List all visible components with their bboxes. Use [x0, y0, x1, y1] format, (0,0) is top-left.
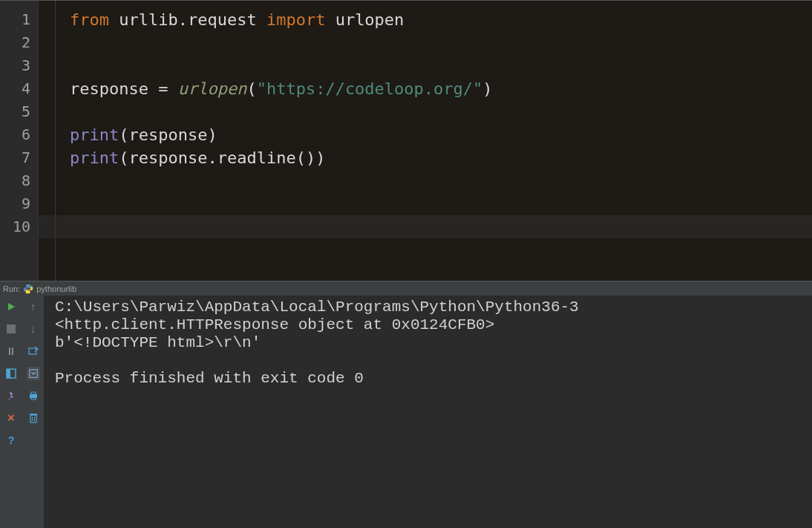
layout-icon[interactable]	[4, 367, 18, 380]
run-toolbar-left: II × ?	[0, 296, 22, 528]
code-content[interactable]: from urllib.request import urlopen respo…	[39, 1, 812, 215]
svg-point-0	[27, 285, 27, 286]
code-text: (response)	[119, 126, 217, 144]
line-number: 2	[0, 31, 33, 54]
up-arrow-icon[interactable]: ↑	[27, 300, 40, 313]
function-call: urlopen	[178, 79, 247, 98]
svg-rect-2	[7, 325, 16, 333]
keyword-import: import	[266, 10, 325, 29]
line-number: 9	[0, 192, 33, 215]
svg-point-1	[29, 291, 30, 292]
code-text: urlopen	[325, 10, 404, 29]
svg-rect-6	[29, 370, 37, 378]
svg-rect-8	[31, 392, 36, 394]
indent-guide	[55, 1, 56, 281]
code-text: urllib.request	[109, 10, 266, 29]
svg-rect-9	[31, 397, 36, 400]
console-line: Process finished with exit code 0	[55, 370, 364, 387]
builtin-print: print	[70, 126, 119, 144]
stop-icon[interactable]	[4, 322, 18, 336]
line-number: 6	[0, 123, 33, 146]
print-icon[interactable]	[27, 389, 40, 402]
keyword-from: from	[70, 10, 109, 29]
trash-icon[interactable]	[27, 411, 40, 425]
pause-icon[interactable]: II	[4, 345, 18, 358]
console-output[interactable]: C:\Users\Parwiz\AppData\Local\Programs\P…	[45, 296, 812, 528]
code-editor[interactable]: 1 2 3 4 5 6 7 8 9 10 from urllib.request…	[0, 0, 812, 281]
line-number: 7	[0, 146, 33, 169]
restore-layout-icon[interactable]	[27, 345, 40, 358]
down-arrow-icon[interactable]: ↓	[27, 322, 40, 336]
code-text: (	[246, 79, 256, 98]
run-label: Run:	[3, 284, 20, 293]
line-number: 10	[0, 215, 33, 238]
console-line: <http.client.HTTPResponse object at 0x01…	[55, 316, 494, 333]
python-icon	[23, 284, 33, 294]
svg-rect-11	[30, 414, 37, 415]
help-icon[interactable]: ?	[4, 434, 18, 447]
close-icon[interactable]: ×	[4, 411, 18, 425]
current-line-highlight	[39, 215, 812, 238]
play-icon[interactable]	[4, 300, 18, 313]
string-literal: "https://codeloop.org/"	[257, 79, 483, 98]
console-line: C:\Users\Parwiz\AppData\Local\Programs\P…	[55, 299, 579, 316]
code-text: )	[482, 79, 492, 98]
run-console: II × ? ↑ ↓ C:\Users\Parwiz\AppData\Local…	[0, 296, 812, 528]
console-line: b'<!DOCTYPE html>\r\n'	[55, 334, 261, 351]
run-toolwindow-header[interactable]: Run: pythonurlib	[0, 281, 812, 296]
scroll-to-end-icon[interactable]	[27, 367, 40, 380]
line-number: 3	[0, 54, 33, 77]
line-number: 1	[0, 8, 33, 31]
run-toolbar-secondary: ↑ ↓	[22, 296, 45, 528]
svg-rect-10	[30, 415, 36, 423]
builtin-print: print	[70, 149, 119, 167]
run-config-name: pythonurlib	[36, 284, 76, 293]
line-number-gutter: 1 2 3 4 5 6 7 8 9 10	[0, 1, 39, 281]
svg-rect-4	[7, 369, 10, 378]
pin-icon[interactable]	[4, 389, 18, 402]
line-number: 5	[0, 100, 33, 123]
line-number: 4	[0, 77, 33, 100]
line-number: 8	[0, 169, 33, 192]
code-text: (response.readline())	[119, 149, 325, 167]
code-text: response =	[70, 79, 178, 98]
